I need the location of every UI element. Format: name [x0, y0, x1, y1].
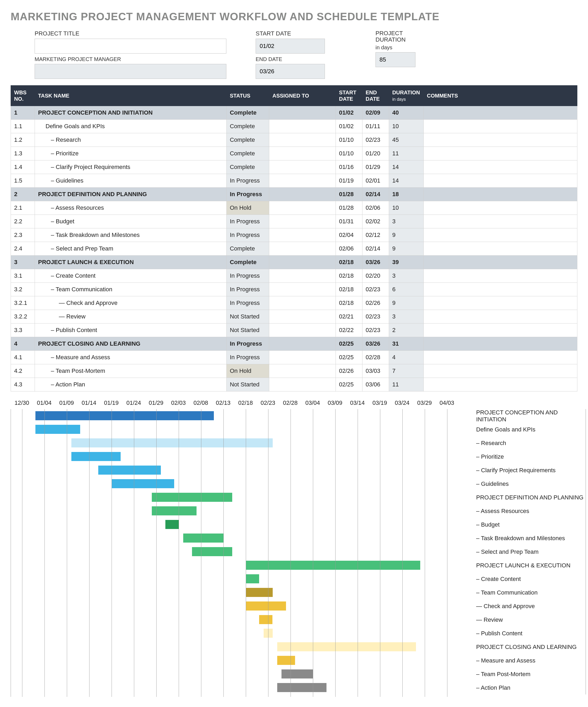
- project-manager-input[interactable]: [35, 64, 226, 79]
- gantt-bar[interactable]: [277, 683, 327, 692]
- cell-assigned[interactable]: [269, 161, 336, 174]
- cell-comments[interactable]: [424, 228, 577, 242]
- cell-assigned[interactable]: [269, 228, 336, 242]
- cell-comments[interactable]: [424, 188, 577, 201]
- gantt-bar[interactable]: [152, 493, 232, 502]
- gantt-bar[interactable]: [246, 588, 273, 597]
- cell-assigned[interactable]: [269, 378, 336, 392]
- gantt-bar[interactable]: [98, 466, 161, 475]
- cell-comments[interactable]: [424, 324, 577, 337]
- cell-status[interactable]: Complete: [227, 147, 269, 161]
- cell-status[interactable]: In Progress: [227, 296, 269, 310]
- cell-comments[interactable]: [424, 147, 577, 161]
- cell-comments[interactable]: [424, 215, 577, 228]
- cell-assigned[interactable]: [269, 269, 336, 283]
- cell-status[interactable]: Complete: [227, 256, 269, 269]
- cell-assigned[interactable]: [269, 215, 336, 228]
- table-row[interactable]: 3.3– Publish ContentNot Started02/2202/2…: [11, 324, 577, 337]
- cell-status[interactable]: Complete: [227, 106, 269, 120]
- cell-status[interactable]: In Progress: [227, 283, 269, 296]
- table-row[interactable]: 2.2– BudgetIn Progress01/3102/023: [11, 215, 577, 228]
- table-row[interactable]: 1PROJECT CONCEPTION AND INITIATIONComple…: [11, 106, 577, 120]
- cell-status[interactable]: In Progress: [227, 228, 269, 242]
- table-row[interactable]: 2.1– Assess ResourcesOn Hold01/2802/0610: [11, 201, 577, 215]
- cell-assigned[interactable]: [269, 106, 336, 120]
- cell-comments[interactable]: [424, 296, 577, 310]
- table-row[interactable]: 2.4– Select and Prep TeamComplete02/0602…: [11, 242, 577, 256]
- cell-assigned[interactable]: [269, 174, 336, 188]
- table-row[interactable]: 3PROJECT LAUNCH & EXECUTIONComplete02/18…: [11, 256, 577, 269]
- cell-assigned[interactable]: [269, 337, 336, 351]
- cell-assigned[interactable]: [269, 188, 336, 201]
- cell-comments[interactable]: [424, 269, 577, 283]
- cell-status[interactable]: Complete: [227, 242, 269, 256]
- cell-comments[interactable]: [424, 133, 577, 147]
- gantt-bar[interactable]: [277, 656, 295, 665]
- cell-status[interactable]: In Progress: [227, 188, 269, 201]
- cell-comments[interactable]: [424, 106, 577, 120]
- gantt-bar[interactable]: [246, 602, 286, 610]
- cell-comments[interactable]: [424, 242, 577, 256]
- cell-comments[interactable]: [424, 378, 577, 392]
- cell-comments[interactable]: [424, 364, 577, 378]
- cell-assigned[interactable]: [269, 364, 336, 378]
- cell-status[interactable]: Complete: [227, 120, 269, 133]
- gantt-bar[interactable]: [166, 520, 179, 529]
- cell-assigned[interactable]: [269, 147, 336, 161]
- cell-assigned[interactable]: [269, 133, 336, 147]
- gantt-bar[interactable]: [259, 615, 272, 624]
- cell-assigned[interactable]: [269, 310, 336, 324]
- gantt-bar[interactable]: [112, 479, 174, 488]
- table-row[interactable]: 3.2.1— Check and ApproveIn Progress02/18…: [11, 296, 577, 310]
- table-row[interactable]: 1.5– GuidelinesIn Progress01/1902/0114: [11, 174, 577, 188]
- gantt-bar[interactable]: [71, 452, 121, 461]
- table-row[interactable]: 3.1– Create ContentIn Progress02/1802/20…: [11, 269, 577, 283]
- table-row[interactable]: 3.2.2— ReviewNot Started02/2102/233: [11, 310, 577, 324]
- gantt-bar[interactable]: [277, 642, 416, 651]
- cell-status[interactable]: Complete: [227, 161, 269, 174]
- cell-status[interactable]: Not Started: [227, 310, 269, 324]
- cell-assigned[interactable]: [269, 296, 336, 310]
- table-row[interactable]: 1.3– PrioritizeComplete01/1001/2011: [11, 147, 577, 161]
- table-row[interactable]: 4.3– Action PlanNot Started02/2503/0611: [11, 378, 577, 392]
- cell-status[interactable]: On Hold: [227, 201, 269, 215]
- table-row[interactable]: 4.1– Measure and AssessIn Progress02/250…: [11, 351, 577, 364]
- cell-comments[interactable]: [424, 310, 577, 324]
- gantt-bar[interactable]: [282, 669, 313, 678]
- cell-comments[interactable]: [424, 351, 577, 364]
- cell-assigned[interactable]: [269, 242, 336, 256]
- gantt-bar[interactable]: [152, 506, 196, 515]
- table-row[interactable]: 2PROJECT DEFINITION AND PLANNINGIn Progr…: [11, 188, 577, 201]
- cell-comments[interactable]: [424, 161, 577, 174]
- table-row[interactable]: 1.1Define Goals and KPIsComplete01/0201/…: [11, 120, 577, 133]
- gantt-bar[interactable]: [71, 438, 273, 447]
- cell-status[interactable]: In Progress: [227, 215, 269, 228]
- gantt-bar[interactable]: [246, 561, 420, 570]
- gantt-bar[interactable]: [183, 534, 223, 543]
- cell-status[interactable]: Not Started: [227, 378, 269, 392]
- gantt-bar[interactable]: [35, 411, 214, 420]
- cell-comments[interactable]: [424, 174, 577, 188]
- cell-assigned[interactable]: [269, 351, 336, 364]
- cell-assigned[interactable]: [269, 283, 336, 296]
- gantt-bar[interactable]: [192, 547, 232, 556]
- table-row[interactable]: 4.2– Team Post-MortemOn Hold02/2603/037: [11, 364, 577, 378]
- cell-comments[interactable]: [424, 120, 577, 133]
- cell-assigned[interactable]: [269, 256, 336, 269]
- cell-status[interactable]: On Hold: [227, 364, 269, 378]
- gantt-bar[interactable]: [35, 425, 80, 434]
- cell-comments[interactable]: [424, 337, 577, 351]
- cell-status[interactable]: In Progress: [227, 269, 269, 283]
- cell-status[interactable]: Complete: [227, 133, 269, 147]
- cell-assigned[interactable]: [269, 120, 336, 133]
- table-row[interactable]: 2.3– Task Breakdown and MilestonesIn Pro…: [11, 228, 577, 242]
- cell-status[interactable]: In Progress: [227, 174, 269, 188]
- cell-status[interactable]: In Progress: [227, 337, 269, 351]
- table-row[interactable]: 1.4– Clarify Project RequirementsComplet…: [11, 161, 577, 174]
- table-row[interactable]: 4PROJECT CLOSING AND LEARNINGIn Progress…: [11, 337, 577, 351]
- cell-assigned[interactable]: [269, 324, 336, 337]
- table-row[interactable]: 3.2– Team CommunicationIn Progress02/180…: [11, 283, 577, 296]
- cell-assigned[interactable]: [269, 201, 336, 215]
- cell-status[interactable]: In Progress: [227, 351, 269, 364]
- cell-comments[interactable]: [424, 201, 577, 215]
